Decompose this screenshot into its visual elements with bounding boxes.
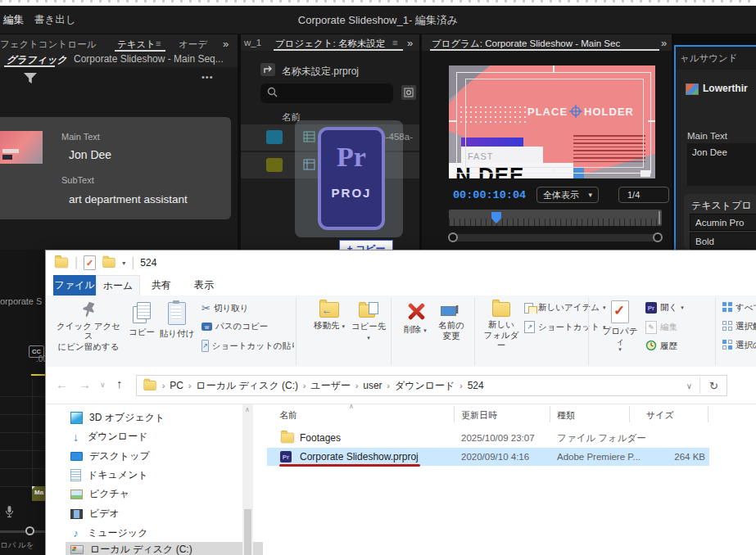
column-divider[interactable] — [550, 406, 550, 422]
navigate-up-icon[interactable] — [260, 63, 275, 76]
paste-shortcut-button[interactable]: ↗ ショートカットの貼り付け — [201, 340, 294, 352]
sidebar-item-3d-objects[interactable]: 3D オブジェクト — [70, 411, 165, 425]
column-header-name[interactable]: 名前 — [279, 409, 297, 422]
rename-button[interactable]: I 名前の 変更 — [432, 302, 470, 341]
slider-knob[interactable] — [25, 526, 34, 535]
tab-essential-sound-fragment[interactable]: ャルサウンド — [680, 52, 738, 65]
tab-share[interactable]: 共有 — [140, 275, 183, 296]
column-divider[interactable] — [708, 406, 708, 422]
column-header-size[interactable]: サイズ — [646, 409, 674, 422]
project-name[interactable]: 名称未設定.prproj — [282, 65, 359, 79]
panel-menu-icon[interactable]: ≡ — [156, 38, 161, 48]
select-all-button[interactable]: すべて選択 — [722, 302, 756, 314]
breadcrumb-item-pc[interactable]: PC — [170, 380, 183, 391]
video-preview[interactable]: PLACE HOLDER FAST RENDER N DEE — [449, 65, 655, 178]
copy-path-button[interactable]: w パスのコピー — [201, 321, 293, 332]
breadcrumb-item-local-disk[interactable]: ローカル ディスク (C:) — [196, 379, 298, 393]
tab-audio[interactable]: オーデ — [179, 38, 207, 51]
find-icon[interactable] — [401, 85, 416, 100]
panel-overflow-icon[interactable]: » — [661, 37, 667, 49]
address-breadcrumb-box[interactable]: › PC › ローカル ディスク (C:) › ユーザー › user › ダウ… — [136, 375, 727, 396]
quality-dropdown[interactable]: 1/4 — [618, 187, 669, 203]
graphic-clip-name[interactable]: Lowerthir — [703, 83, 748, 94]
breadcrumb-item-downloads[interactable]: ダウンロード — [395, 379, 455, 393]
tab-effect-controls[interactable]: フェクトコントロール — [0, 38, 96, 51]
breadcrumb-item-524[interactable]: 524 — [468, 380, 484, 391]
edit-button[interactable]: ✎ 編集 — [645, 321, 711, 334]
invert-selection-button[interactable]: 選択の切り替 — [722, 340, 756, 351]
tab-text[interactable]: テキスト — [117, 38, 156, 51]
new-item-button[interactable]: 新しいアイテム ▾ — [524, 302, 610, 314]
select-none-button[interactable]: 選択解除 — [722, 321, 756, 332]
back-icon[interactable]: ← — [56, 377, 68, 391]
more-options-icon[interactable]: ••• — [201, 72, 214, 82]
scrollbar-knob-right[interactable] — [653, 232, 663, 242]
sidebar-item-music[interactable]: ♪ ミュージック — [70, 526, 147, 540]
microphone-icon[interactable] — [4, 505, 15, 522]
panel-menu-icon[interactable]: ≡ — [392, 38, 398, 47]
qat-new-folder-icon[interactable] — [103, 258, 115, 268]
handle-top[interactable] — [553, 65, 555, 73]
file-row-prproj-selected[interactable]: Pr Corporate Slideshow.prproj 2020/09/10… — [267, 448, 709, 466]
font-weight-dropdown[interactable]: Bold — [690, 232, 756, 250]
breadcrumb-item-user[interactable]: user — [363, 380, 382, 391]
program-time-ruler[interactable] — [449, 210, 662, 226]
sidebar-item-downloads[interactable]: ↓ ダウンロード — [70, 430, 147, 444]
copy-button[interactable]: コピー — [126, 302, 157, 337]
sidebar-item-pictures[interactable]: ピクチャ — [70, 487, 129, 501]
sidebar-scrollbar[interactable]: ∧ — [242, 404, 253, 555]
new-shortcut-button[interactable]: ↗ ショートカット ▾ — [524, 321, 610, 333]
paste-button[interactable]: 貼り付け — [159, 302, 195, 339]
file-row-footages[interactable]: Footages 2025/10/09 23:07 ファイル フォルダー — [267, 429, 709, 447]
font-family-dropdown[interactable]: Acumin Pro — [690, 214, 756, 231]
label-color-chip[interactable] — [266, 158, 283, 172]
cut-button[interactable]: ✂ 切り取り — [201, 302, 293, 314]
sidebar-item-documents[interactable]: ドキュメント — [70, 468, 148, 482]
file-name[interactable]: Corporate Slideshow.prproj — [300, 451, 419, 463]
explorer-titlebar[interactable]: | ✓ ▾ | 524 — [46, 250, 756, 275]
column-divider[interactable] — [454, 406, 455, 422]
panel-overflow-icon[interactable]: » — [223, 38, 229, 50]
transform-inner-rect[interactable] — [465, 79, 644, 168]
handle-bottom[interactable] — [553, 166, 555, 173]
main-text-input[interactable]: Jon Dee — [687, 143, 756, 186]
qat-dropdown-icon[interactable]: ▾ — [122, 259, 125, 267]
properties-button[interactable]: ✓ プロパティ ▾ — [599, 300, 641, 354]
forward-icon[interactable]: → — [79, 377, 91, 391]
sidebar-item-videos[interactable]: ビデオ — [70, 507, 120, 521]
recent-dropdown-icon[interactable]: ∨ — [100, 381, 106, 389]
sidebar-item-desktop[interactable]: デスクトップ — [70, 449, 150, 463]
tab-program[interactable]: プログラム: Corporate Slideshow - Main Sec — [432, 38, 620, 50]
search-input[interactable] — [260, 83, 393, 103]
timecode[interactable]: 00:00:10:04 — [453, 189, 526, 201]
open-button[interactable]: Pr 開く ▾ — [645, 302, 711, 314]
tab-project[interactable]: プロジェクト: 名称未設定 — [275, 38, 386, 50]
program-scrollbar[interactable] — [449, 234, 662, 241]
sidebar-item-local-disk[interactable]: ローカル ディスク (C:) — [66, 542, 263, 555]
menu-export[interactable]: 書き出し — [34, 13, 76, 27]
tab-home[interactable]: ホーム — [96, 275, 140, 296]
breadcrumb-item-users[interactable]: ユーザー — [310, 379, 351, 393]
history-button[interactable]: 履歴 — [645, 340, 711, 353]
tab-file[interactable]: ファイル — [53, 275, 96, 296]
up-icon[interactable]: ↑ — [116, 377, 123, 390]
handle-right[interactable] — [648, 120, 655, 122]
column-header-date[interactable]: 更新日時 — [461, 409, 497, 422]
column-divider[interactable] — [629, 406, 630, 422]
filter-icon[interactable] — [23, 72, 38, 88]
zoom-slider[interactable] — [0, 530, 45, 533]
refresh-icon[interactable]: ↻ — [709, 380, 718, 392]
subtab-sequence[interactable]: Corporate Slideshow - Main Seq... — [74, 53, 224, 65]
new-folder-button[interactable]: 新しい フォルダー — [480, 302, 523, 350]
pin-quick-access-button[interactable]: クイック アクセス にピン留めする — [56, 300, 121, 351]
scrollbar-thumb[interactable] — [244, 509, 251, 555]
handle-left[interactable] — [449, 120, 457, 122]
clip-fragment[interactable]: Ma — [32, 486, 45, 501]
tab-view[interactable]: 表示 — [183, 275, 225, 296]
fit-dropdown[interactable]: 全体表示 ▾ — [536, 187, 599, 203]
file-name[interactable]: Footages — [300, 432, 341, 444]
delete-button[interactable]: 削除 ▾ — [398, 302, 432, 335]
timeline-tab-fragment[interactable]: orporate S — [0, 296, 42, 306]
menu-edit[interactable]: 編集 — [3, 13, 24, 27]
panel-overflow-icon[interactable]: » — [407, 37, 413, 49]
